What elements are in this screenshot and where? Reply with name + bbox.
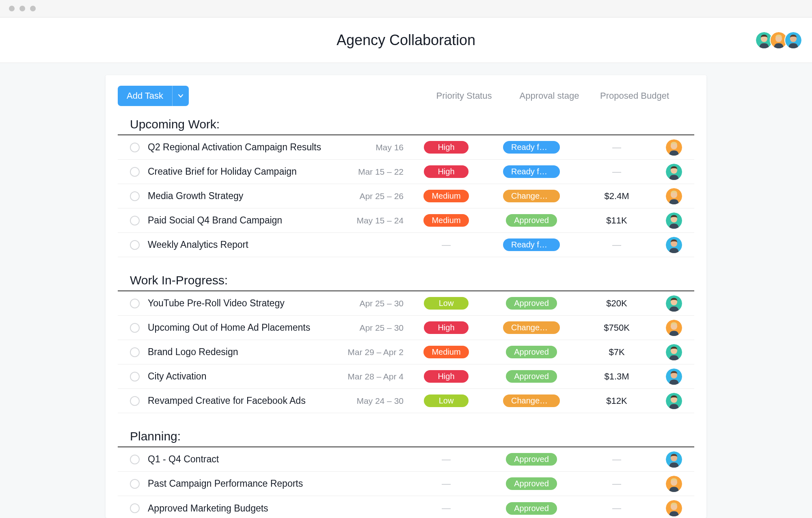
budget-cell[interactable]: $11K	[574, 215, 659, 226]
budget-cell[interactable]: $7K	[574, 347, 659, 358]
priority-cell[interactable]: High	[404, 165, 489, 178]
assignee-avatar[interactable]	[666, 344, 682, 360]
complete-checkbox[interactable]	[130, 503, 140, 513]
task-name[interactable]: Q2 Regional Activation Campaign Results	[148, 142, 326, 153]
priority-cell[interactable]: Medium	[404, 214, 489, 227]
budget-cell[interactable]: $20K	[574, 298, 659, 309]
task-name[interactable]: Past Campaign Performance Reports	[148, 478, 326, 489]
budget-cell[interactable]: —	[574, 454, 659, 465]
task-date[interactable]: May 24 – 30	[326, 396, 404, 406]
approval-cell[interactable]: Ready fo…	[489, 238, 574, 251]
budget-cell[interactable]: —	[574, 142, 659, 153]
budget-cell[interactable]: $2.4M	[574, 191, 659, 202]
task-name[interactable]: Approved Marketing Budgets	[148, 503, 326, 514]
task-date[interactable]: Mar 28 – Apr 4	[326, 372, 404, 381]
assignee-avatar[interactable]	[666, 164, 682, 180]
task-name[interactable]: Weekly Analytics Report	[148, 239, 326, 250]
complete-checkbox[interactable]	[130, 299, 140, 308]
task-row[interactable]: Approved Marketing Budgets—Approved—	[118, 496, 694, 518]
task-row[interactable]: Weekly Analytics Report—Ready fo…—	[118, 233, 694, 257]
task-date[interactable]: Mar 29 – Apr 2	[326, 347, 404, 357]
priority-cell[interactable]: Low	[404, 297, 489, 310]
assignee-avatar[interactable]	[666, 476, 682, 492]
task-name[interactable]: Media Growth Strategy	[148, 191, 326, 202]
priority-cell[interactable]: Medium	[404, 190, 489, 202]
budget-cell[interactable]: —	[574, 240, 659, 250]
assignee-avatar[interactable]	[666, 393, 682, 409]
assignee-avatar[interactable]	[666, 295, 682, 312]
task-name[interactable]: Paid Social Q4 Brand Campaign	[148, 215, 326, 226]
task-name[interactable]: City Activation	[148, 371, 326, 382]
budget-cell[interactable]: —	[574, 503, 659, 514]
complete-checkbox[interactable]	[130, 479, 140, 489]
task-row[interactable]: Past Campaign Performance Reports—Approv…	[118, 472, 694, 496]
complete-checkbox[interactable]	[130, 455, 140, 464]
approval-cell[interactable]: Approved	[489, 453, 574, 466]
approval-cell[interactable]: Changes…	[489, 190, 574, 202]
complete-checkbox[interactable]	[130, 396, 140, 406]
priority-cell[interactable]: Low	[404, 394, 489, 407]
task-date[interactable]: Mar 15 – 22	[326, 167, 404, 177]
task-name[interactable]: Creative Brief for Holiday Campaign	[148, 166, 326, 177]
assignee-avatar[interactable]	[666, 451, 682, 468]
section-title[interactable]: Work In-Progress:	[118, 273, 694, 291]
priority-cell[interactable]: —	[404, 503, 489, 514]
task-name[interactable]: YouTube Pre-Roll Video Strategy	[148, 298, 326, 309]
priority-cell[interactable]: —	[404, 454, 489, 465]
priority-cell[interactable]: High	[404, 321, 489, 334]
approval-cell[interactable]: Changes…	[489, 321, 574, 334]
approval-cell[interactable]: Approved	[489, 214, 574, 227]
complete-checkbox[interactable]	[130, 372, 140, 381]
section-title[interactable]: Upcoming Work:	[118, 117, 694, 135]
complete-checkbox[interactable]	[130, 143, 140, 152]
complete-checkbox[interactable]	[130, 167, 140, 177]
task-row[interactable]: Q2 Regional Activation Campaign ResultsM…	[118, 135, 694, 160]
priority-cell[interactable]: Medium	[404, 346, 489, 358]
add-task-button[interactable]: Add Task	[118, 86, 172, 106]
assignee-avatar[interactable]	[666, 212, 682, 229]
approval-cell[interactable]: Approved	[489, 346, 574, 358]
task-row[interactable]: Q1 - Q4 Contract—Approved—	[118, 447, 694, 472]
task-row[interactable]: YouTube Pre-Roll Video StrategyApr 25 – …	[118, 291, 694, 316]
budget-cell[interactable]: $1.3M	[574, 371, 659, 382]
assignee-avatar[interactable]	[666, 368, 682, 385]
priority-cell[interactable]: —	[404, 479, 489, 489]
task-row[interactable]: Revamped Creative for Facebook AdsMay 24…	[118, 389, 694, 413]
task-row[interactable]: City ActivationMar 28 – Apr 4HighApprove…	[118, 364, 694, 389]
budget-cell[interactable]: $12K	[574, 396, 659, 406]
task-name[interactable]: Revamped Creative for Facebook Ads	[148, 395, 326, 406]
approval-cell[interactable]: Changes…	[489, 394, 574, 407]
col-header-priority[interactable]: Priority Status	[421, 91, 507, 101]
complete-checkbox[interactable]	[130, 240, 140, 250]
complete-checkbox[interactable]	[130, 191, 140, 201]
task-date[interactable]: May 15 – 24	[326, 216, 404, 225]
complete-checkbox[interactable]	[130, 216, 140, 225]
task-name[interactable]: Q1 - Q4 Contract	[148, 454, 326, 465]
member-avatar[interactable]	[784, 31, 802, 49]
task-row[interactable]: Creative Brief for Holiday CampaignMar 1…	[118, 160, 694, 184]
assignee-avatar[interactable]	[666, 188, 682, 204]
assignee-avatar[interactable]	[666, 139, 682, 156]
col-header-approval[interactable]: Approval stage	[507, 91, 592, 101]
complete-checkbox[interactable]	[130, 347, 140, 357]
task-row[interactable]: Paid Social Q4 Brand CampaignMay 15 – 24…	[118, 208, 694, 233]
task-row[interactable]: Upcoming Out of Home Ad PlacementsApr 25…	[118, 316, 694, 340]
task-date[interactable]: Apr 25 – 30	[326, 323, 404, 333]
approval-cell[interactable]: Ready fo…	[489, 165, 574, 178]
task-row[interactable]: Media Growth StrategyApr 25 – 26MediumCh…	[118, 184, 694, 208]
assignee-avatar[interactable]	[666, 237, 682, 253]
assignee-avatar[interactable]	[666, 500, 682, 516]
approval-cell[interactable]: Approved	[489, 502, 574, 515]
priority-cell[interactable]: High	[404, 370, 489, 383]
task-date[interactable]: Apr 25 – 30	[326, 299, 404, 308]
approval-cell[interactable]: Approved	[489, 477, 574, 490]
task-date[interactable]: May 16	[326, 143, 404, 152]
budget-cell[interactable]: —	[574, 479, 659, 489]
priority-cell[interactable]: High	[404, 141, 489, 154]
complete-checkbox[interactable]	[130, 323, 140, 333]
task-date[interactable]: Apr 25 – 26	[326, 191, 404, 201]
task-name[interactable]: Brand Logo Redesign	[148, 347, 326, 358]
approval-cell[interactable]: Approved	[489, 297, 574, 310]
priority-cell[interactable]: —	[404, 240, 489, 250]
task-name[interactable]: Upcoming Out of Home Ad Placements	[148, 322, 326, 333]
